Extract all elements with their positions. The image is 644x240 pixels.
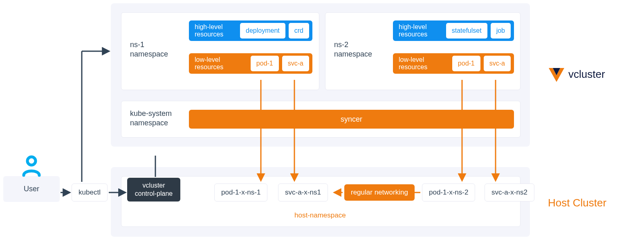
vcluster-control-plane: vcluster control-plane bbox=[127, 178, 180, 202]
ns1-high-title: high-level resources bbox=[195, 23, 223, 38]
ns2-low-item-pod: pod-1 bbox=[452, 56, 480, 71]
ns1-high-resources: high-level resources deployment crd bbox=[189, 20, 312, 41]
svg-point-0 bbox=[27, 157, 36, 165]
host-pod1-ns2: pod-1-x-ns-2 bbox=[422, 183, 475, 202]
ns1-label: ns-1 namespace bbox=[130, 40, 168, 59]
ns1-low-title: low-level resources bbox=[195, 56, 223, 71]
ns2-label: ns-2 namespace bbox=[334, 40, 372, 59]
ns1-low-resources: low-level resources pod-1 svc-a bbox=[189, 53, 312, 74]
vcluster-logo-icon bbox=[548, 66, 565, 83]
ctrlplane-label: vcluster control-plane bbox=[135, 181, 173, 198]
ns2-high-item-statefulset: statefulset bbox=[446, 23, 487, 38]
syncer-bar: syncer bbox=[189, 110, 514, 129]
kubectl-box: kubectl bbox=[72, 183, 108, 202]
ns2-low-title: low-level resources bbox=[399, 56, 427, 71]
kube-system-label: kube-system namespace bbox=[130, 109, 172, 128]
host-svc-a-ns1: svc-a-x-ns1 bbox=[278, 183, 328, 202]
ns1-high-item-deployment: deployment bbox=[240, 23, 285, 38]
user-icon bbox=[21, 155, 42, 177]
ns1-high-item-crd: crd bbox=[289, 23, 309, 38]
ns2-low-resources: low-level resources pod-1 svc-a bbox=[393, 53, 514, 74]
user-label: User bbox=[24, 185, 39, 193]
host-cluster-label: Host Cluster bbox=[548, 197, 606, 209]
ns1-low-item-svc: svc-a bbox=[282, 56, 309, 71]
host-namespace-label: host-namespace bbox=[294, 211, 346, 220]
user-box: User bbox=[3, 176, 60, 202]
ns2-high-item-job: job bbox=[491, 23, 511, 38]
vcluster-logo-text: vcluster bbox=[568, 68, 605, 81]
ns1-low-item-pod: pod-1 bbox=[251, 56, 279, 71]
ns2-high-resources: high-level resources statefulset job bbox=[393, 20, 514, 41]
host-pod1-ns1: pod-1-x-ns-1 bbox=[214, 183, 267, 202]
vcluster-logo: vcluster bbox=[548, 66, 605, 83]
regular-networking: regular networking bbox=[344, 184, 415, 201]
ns2-high-title: high-level resources bbox=[399, 23, 427, 38]
host-svc-a-ns2: svc-a-x-ns2 bbox=[485, 183, 534, 202]
ns2-low-item-svc: svc-a bbox=[484, 56, 511, 71]
